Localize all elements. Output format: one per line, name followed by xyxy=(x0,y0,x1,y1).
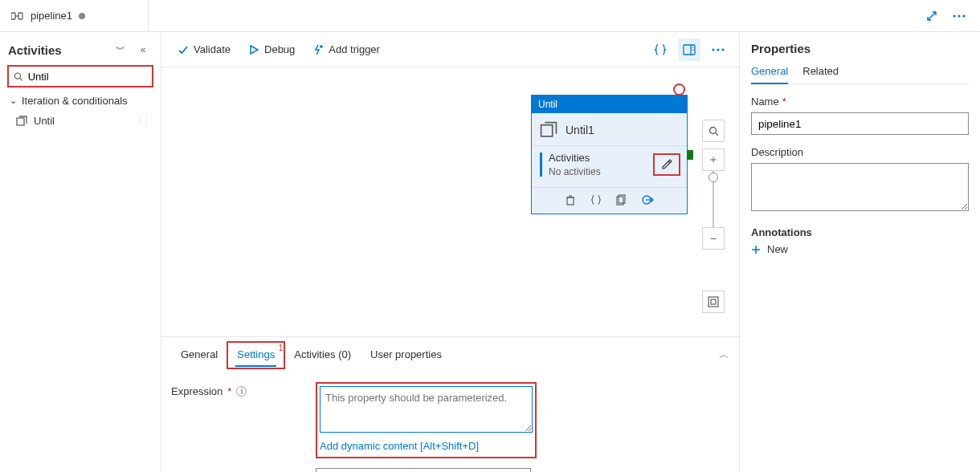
bottom-tabs: General Settings 1 Activities (0) User p… xyxy=(171,337,729,372)
tab-user-properties[interactable]: User properties xyxy=(361,342,451,368)
info-icon[interactable]: i xyxy=(236,386,247,397)
activities-sidebar: Activities ︾ « ⌄ Iteration & conditional… xyxy=(0,32,161,472)
sidebar-item-label: Until xyxy=(34,115,55,127)
add-dynamic-content-link[interactable]: Add dynamic content [Alt+Shift+D] xyxy=(320,440,479,452)
svg-marker-9 xyxy=(251,46,258,54)
tab-settings[interactable]: Settings 1 xyxy=(227,342,284,368)
required-indicator: * xyxy=(227,385,231,397)
chevron-double-left-icon[interactable]: « xyxy=(133,40,153,59)
node-activities-sub: No activities xyxy=(549,165,601,179)
properties-panel: Properties General Related Name* Descrip… xyxy=(739,32,980,472)
zoom-control: ＋ − xyxy=(702,120,725,259)
export-icon xyxy=(642,194,655,205)
node-activities-label: Activities xyxy=(549,151,601,165)
until-icon xyxy=(540,121,557,139)
sidebar-group[interactable]: ⌄ Iteration & conditionals xyxy=(10,95,153,107)
name-label: Name* xyxy=(751,96,969,108)
braces-icon xyxy=(654,43,667,56)
svg-point-4 xyxy=(958,14,960,17)
svg-rect-1 xyxy=(18,13,22,19)
zoom-thumb[interactable] xyxy=(708,173,718,182)
timeout-label: Timeout i xyxy=(171,468,316,472)
svg-point-17 xyxy=(717,48,719,51)
svg-rect-30 xyxy=(711,299,716,304)
zoom-fit-button[interactable] xyxy=(702,291,725,313)
copy-button[interactable] xyxy=(616,194,627,205)
pipeline-canvas[interactable]: Until Until1 Activities No activities xyxy=(161,67,739,336)
expression-input[interactable] xyxy=(320,386,533,433)
svg-rect-20 xyxy=(567,197,574,205)
add-trigger-button[interactable]: Add trigger xyxy=(306,40,386,59)
more-icon xyxy=(712,48,725,51)
code-view-button[interactable] xyxy=(649,39,672,61)
svg-point-6 xyxy=(14,73,20,79)
activity-node-until[interactable]: Until Until1 Activities No activities xyxy=(531,95,688,214)
ptab-related[interactable]: Related xyxy=(802,65,839,83)
sidebar-title: Activities xyxy=(8,43,62,57)
pipeline-icon xyxy=(11,10,24,22)
svg-point-27 xyxy=(709,127,716,133)
svg-point-5 xyxy=(962,14,965,17)
tab-activities[interactable]: Activities (0) xyxy=(284,342,361,368)
ellipsis-icon[interactable] xyxy=(949,6,969,26)
svg-point-16 xyxy=(712,48,714,51)
zoom-search-button[interactable] xyxy=(702,120,725,142)
trigger-icon xyxy=(312,44,324,55)
activity-search-field[interactable] xyxy=(28,71,147,83)
svg-line-7 xyxy=(20,78,22,80)
properties-title: Properties xyxy=(751,42,969,55)
svg-rect-19 xyxy=(541,125,553,136)
svg-rect-0 xyxy=(11,13,15,19)
search-icon xyxy=(708,126,719,136)
top-bar: pipeline1 xyxy=(0,0,980,32)
delete-icon xyxy=(565,194,576,205)
properties-toggle-button[interactable] xyxy=(678,39,700,61)
plus-icon xyxy=(751,245,761,254)
delete-button[interactable] xyxy=(565,194,576,205)
zoom-out-button[interactable]: − xyxy=(702,227,725,250)
description-input[interactable] xyxy=(751,163,969,211)
svg-point-18 xyxy=(721,48,724,51)
main-area: Validate Debug Add trigger xyxy=(161,32,739,472)
node-name: Until1 xyxy=(566,124,594,136)
chevron-down-icon: ⌄ xyxy=(10,96,17,106)
zoom-in-button[interactable]: ＋ xyxy=(702,149,725,171)
connection-handle-success[interactable] xyxy=(687,150,693,160)
edit-activities-button[interactable] xyxy=(653,153,680,176)
node-type-label: Until xyxy=(532,96,687,113)
sidebar-group-label: Iteration & conditionals xyxy=(22,95,128,107)
name-input[interactable] xyxy=(751,112,969,135)
check-icon xyxy=(178,44,189,55)
sidebar-item-until[interactable]: Until ⋮⋮ xyxy=(13,112,153,130)
collapse-panel-button[interactable]: ︿ xyxy=(719,348,729,362)
validate-button[interactable]: Validate xyxy=(171,40,237,59)
expand-icon[interactable] xyxy=(922,6,941,26)
timeout-input[interactable] xyxy=(316,468,531,472)
description-label: Description xyxy=(751,146,969,158)
editor-tab-label: pipeline1 xyxy=(31,10,72,22)
chevron-double-down-icon[interactable]: ︾ xyxy=(111,40,130,59)
export-button[interactable] xyxy=(642,194,655,205)
ptab-general[interactable]: General xyxy=(751,65,788,83)
canvas-toolbar: Validate Debug Add trigger xyxy=(161,32,739,67)
editor-tab[interactable]: pipeline1 xyxy=(0,0,149,32)
braces-icon xyxy=(590,194,602,205)
until-icon xyxy=(16,116,27,127)
copy-icon xyxy=(616,194,627,205)
dirty-indicator-icon xyxy=(79,13,85,19)
validation-error-icon[interactable] xyxy=(673,83,685,96)
settings-error-count: 1 xyxy=(279,344,284,352)
svg-point-3 xyxy=(953,14,955,17)
properties-pane-icon xyxy=(683,43,696,56)
svg-rect-8 xyxy=(17,118,24,125)
properties-tabs: General Related xyxy=(751,65,969,84)
code-button[interactable] xyxy=(590,194,602,205)
svg-line-28 xyxy=(715,132,718,136)
debug-button[interactable]: Debug xyxy=(242,40,301,59)
svg-rect-29 xyxy=(708,297,718,307)
activity-search-input[interactable] xyxy=(8,66,153,87)
add-annotation-button[interactable]: New xyxy=(751,243,969,255)
drag-handle-icon[interactable]: ⋮⋮ xyxy=(135,116,149,126)
more-actions-button[interactable] xyxy=(707,39,729,61)
tab-general[interactable]: General xyxy=(171,342,227,368)
